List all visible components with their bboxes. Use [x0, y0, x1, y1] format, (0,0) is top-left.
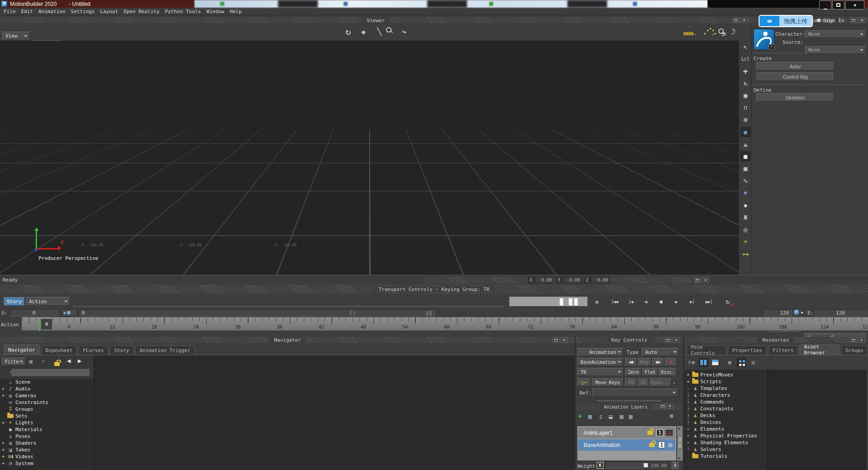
tree-item-constraints[interactable]: ∞Constraints: [0, 399, 94, 406]
split-columns-icon[interactable]: [699, 358, 708, 367]
timeline-ruler-icon[interactable]: ↔: [684, 28, 693, 35]
tree-item-audio[interactable]: +♪Audio: [0, 385, 94, 392]
z-axis-value[interactable]: 0.00: [591, 277, 610, 283]
sync-dropdown-icon[interactable]: ▾: [673, 381, 675, 385]
filter-button[interactable]: Filte...: [2, 357, 25, 366]
light-tool-icon[interactable]: ☀: [741, 237, 750, 247]
menu-file[interactable]: File: [1, 9, 19, 14]
playhead[interactable]: [39, 318, 40, 331]
transport-pin-button[interactable]: [694, 277, 701, 283]
asset-item-scripts[interactable]: +Scripts: [684, 378, 767, 385]
character-select-dropdown[interactable]: None: [805, 30, 866, 38]
key-controls-pin-button[interactable]: [665, 337, 672, 343]
expander-icon[interactable]: +: [1, 447, 5, 453]
merge-layers-icon[interactable]: ▤: [620, 413, 623, 420]
camera-pan-icon[interactable]: ↔ ↕: [357, 25, 370, 38]
previous-key-button[interactable]: |◀: [625, 297, 637, 306]
ref-dropdown[interactable]: [592, 389, 678, 397]
layer-row-baseanimation[interactable]: BaseAnimation1⊘: [578, 439, 675, 451]
local-tool-icon[interactable]: Lcl: [741, 54, 750, 64]
story-mode-button[interactable]: Story: [4, 297, 25, 306]
rotate-tool-icon[interactable]: ↻: [741, 78, 750, 88]
character-controls-pin-button[interactable]: [850, 17, 857, 23]
zero-button[interactable]: Zero: [625, 368, 642, 376]
expander-icon[interactable]: +: [1, 393, 5, 399]
viewer-pin-button[interactable]: [732, 17, 740, 23]
expander-icon[interactable]: +: [1, 440, 5, 446]
scrollbar-thumb[interactable]: ≡: [678, 436, 682, 449]
asset-item-tutorials[interactable]: Tutorials: [684, 453, 767, 460]
fk-button[interactable]: FK: [625, 378, 637, 386]
scroll-up-icon[interactable]: ▲: [678, 426, 680, 430]
navigator-close-button[interactable]: ×: [561, 337, 568, 343]
animation-layers-close-button[interactable]: ×: [667, 404, 673, 409]
play-button[interactable]: ▶: [671, 297, 682, 306]
tree-item-scene[interactable]: ♨Scene: [0, 379, 94, 385]
weight-slider-knob[interactable]: [643, 463, 648, 468]
asset-item-constraints[interactable]: ├♟Constraints: [684, 405, 767, 412]
camera-tool-icon[interactable]: ◎: [741, 225, 750, 235]
asset-item-shading-elements[interactable]: +♟Shading Elements: [684, 439, 767, 446]
expander-icon[interactable]: +: [1, 386, 5, 392]
grid-view-icon[interactable]: [737, 358, 746, 367]
type-dropdown[interactable]: Auto: [642, 348, 679, 356]
asset-item-commands[interactable]: ├♟Commands: [684, 399, 767, 405]
menu-python-tools[interactable]: Python Tools: [162, 9, 203, 14]
character-icon-dropdown[interactable]: ▾: [769, 44, 774, 50]
expander-icon[interactable]: +: [686, 372, 690, 378]
navigator-content-area[interactable]: [94, 355, 575, 470]
next-key-button[interactable]: ▶|: [686, 297, 698, 306]
next-key-button[interactable]: ●▶: [652, 358, 664, 366]
motion-path-icon[interactable]: [700, 27, 710, 35]
scale-tool-icon[interactable]: ▣: [741, 90, 750, 100]
scroll-down-icon[interactable]: ▼: [678, 456, 680, 461]
upload-overlay-badge[interactable]: ∞ 拖拽上传: [759, 15, 813, 27]
tree-item-materials[interactable]: ●Materials: [0, 426, 94, 433]
delete-key-button[interactable]: ×: [665, 358, 677, 366]
view-menu-button[interactable]: View: [2, 32, 30, 40]
animation-layers-pin-button[interactable]: [660, 404, 666, 409]
x-axis-value[interactable]: 0.00: [535, 277, 554, 283]
duplicate-layer-icon[interactable]: ▤: [588, 413, 592, 420]
range-grip-icon[interactable]: ‖‖: [426, 310, 433, 316]
tree-item-takes[interactable]: +◪Takes: [0, 446, 94, 453]
menu-layout[interactable]: Layout: [98, 9, 121, 14]
control-rig-button[interactable]: Control Rig: [756, 72, 834, 81]
tree-item-cameras[interactable]: +◎Cameras: [0, 392, 94, 399]
navigator-tab-dopesheet[interactable]: Dopesheet: [41, 345, 77, 355]
maximize-button[interactable]: [832, 0, 844, 9]
end-spinner-right-icon[interactable]: ▶: [801, 310, 803, 315]
weight-key-button[interactable]: K: [597, 462, 604, 469]
start-spinner[interactable]: ◀: [61, 309, 77, 316]
sync-button[interactable]: Sync...: [650, 378, 671, 386]
spline-tool-icon[interactable]: ∿: [741, 176, 750, 186]
resources-pin-button[interactable]: [850, 337, 857, 343]
menu-open-reality[interactable]: Open Reality: [121, 9, 162, 14]
layer-row-animlayer1[interactable]: AnimLayer11⊘: [578, 427, 675, 438]
select-tool-icon[interactable]: ↖: [741, 42, 750, 52]
merge-all-layers-icon[interactable]: ▥: [629, 413, 632, 420]
camera-dolly-icon[interactable]: ╲: [373, 25, 385, 38]
bake-layer-icon[interactable]: ⬓: [609, 413, 613, 420]
layers-scrollbar[interactable]: ▲ ≡ ▼: [677, 426, 683, 461]
expander-icon[interactable]: -: [686, 385, 690, 391]
loop-toggle-button[interactable]: ↻ ×: [721, 297, 734, 306]
expander-icon[interactable]: +: [686, 426, 690, 432]
tree-item-sets[interactable]: Sets: [0, 413, 94, 419]
start-frame-field[interactable]: 0: [10, 309, 58, 316]
weight-slider-track[interactable]: [605, 462, 642, 469]
pivot-tool-icon[interactable]: ⊞: [741, 115, 750, 125]
flat-button[interactable]: Flat: [642, 368, 658, 376]
asset-item-templates[interactable]: -♟Templates: [684, 385, 767, 392]
step-back-button[interactable]: ◀: [640, 297, 651, 306]
resources-tab-pose-controls[interactable]: Pose Controls: [686, 345, 726, 355]
tree-item-poses[interactable]: ♟Poses: [0, 433, 94, 440]
move-keys-button[interactable]: Move Keys: [592, 378, 623, 386]
translate-tool-icon[interactable]: +: [741, 66, 750, 76]
ruler-dropdown-icon[interactable]: ▾: [694, 33, 697, 37]
weight-auto-button[interactable]: A: [672, 462, 679, 469]
layer-lock-icon[interactable]: [649, 443, 655, 447]
asset-item-characters[interactable]: ├♟Characters: [684, 392, 767, 399]
favorite-filter-icon[interactable]: ☆: [42, 357, 45, 364]
tree-item-lights[interactable]: +☀Lights: [0, 419, 94, 426]
